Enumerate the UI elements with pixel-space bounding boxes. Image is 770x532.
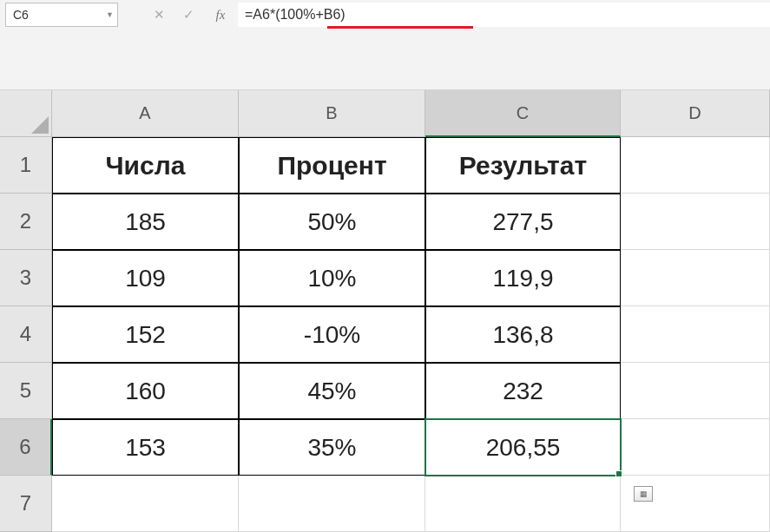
cell-A2[interactable]: 185 [52, 194, 239, 250]
cell-D7[interactable] [621, 476, 770, 532]
paste-options-icon: ▦ [640, 489, 648, 498]
paste-options-button[interactable]: ▦ [634, 486, 653, 502]
row-header-2[interactable]: 2 [0, 194, 52, 250]
formula-enter-button: ✓ [174, 3, 203, 27]
cell-A1[interactable]: Числа [52, 137, 239, 194]
cell-D5[interactable] [621, 363, 770, 419]
cell-B6[interactable]: 35% [239, 419, 425, 476]
row-header-6[interactable]: 6 [0, 419, 52, 476]
name-box-dropdown-icon[interactable]: ▼ [106, 10, 114, 19]
name-box-value: C6 [13, 8, 29, 22]
cell-B3[interactable]: 10% [239, 250, 425, 306]
col-header-B[interactable]: B [239, 90, 425, 137]
cancel-icon: ✕ [154, 7, 165, 23]
cell-B7[interactable] [239, 476, 425, 532]
col-header-D[interactable]: D [621, 90, 770, 137]
row-header-7[interactable]: 7 [0, 476, 52, 532]
cell-D2[interactable] [621, 194, 770, 250]
col-header-C[interactable]: C [425, 90, 621, 137]
cell-C3[interactable]: 119,9 [425, 250, 621, 306]
cell-D3[interactable] [621, 250, 770, 306]
formula-text: =A6*(100%+B6) [245, 7, 346, 23]
row-header-1[interactable]: 1 [0, 137, 52, 194]
cell-B5[interactable]: 45% [239, 363, 425, 419]
cell-C5[interactable]: 232 [425, 363, 621, 419]
select-all-corner[interactable] [0, 90, 52, 137]
cell-A5[interactable]: 160 [52, 363, 239, 419]
cell-C1[interactable]: Результат [425, 137, 621, 194]
cell-B1[interactable]: Процент [239, 137, 425, 194]
col-header-A[interactable]: A [52, 90, 239, 137]
row-header-4[interactable]: 4 [0, 306, 52, 363]
row-header-3[interactable]: 3 [0, 250, 52, 306]
cell-B2[interactable]: 50% [239, 194, 425, 250]
cell-D6[interactable] [621, 419, 770, 476]
cell-A7[interactable] [52, 476, 239, 532]
check-icon: ✓ [183, 7, 194, 23]
formula-bar-area: C6 ▼ ✕ ✓ fx =A6*(100%+B6) [0, 0, 770, 90]
cell-D4[interactable] [621, 306, 770, 363]
cell-A3[interactable]: 109 [52, 250, 239, 306]
cell-C6[interactable]: 206,55 [425, 419, 621, 476]
row-header-5[interactable]: 5 [0, 363, 52, 419]
cell-C7[interactable] [425, 476, 621, 532]
cell-D1[interactable] [621, 137, 770, 194]
cell-C2[interactable]: 277,5 [425, 194, 621, 250]
cell-A4[interactable]: 152 [52, 306, 239, 363]
fx-button[interactable]: fx [203, 8, 238, 23]
fx-icon: fx [216, 8, 226, 22]
spreadsheet-grid: A B C D 1 Числа Процент Результат 2 185 … [0, 90, 770, 532]
name-box[interactable]: C6 ▼ [5, 3, 118, 27]
cell-C4[interactable]: 136,8 [425, 306, 621, 363]
cell-B4[interactable]: -10% [239, 306, 425, 363]
cell-A6[interactable]: 153 [52, 419, 239, 476]
annotation-underline [327, 26, 473, 29]
formula-input[interactable]: =A6*(100%+B6) [238, 3, 770, 27]
formula-cancel-button: ✕ [144, 3, 174, 27]
